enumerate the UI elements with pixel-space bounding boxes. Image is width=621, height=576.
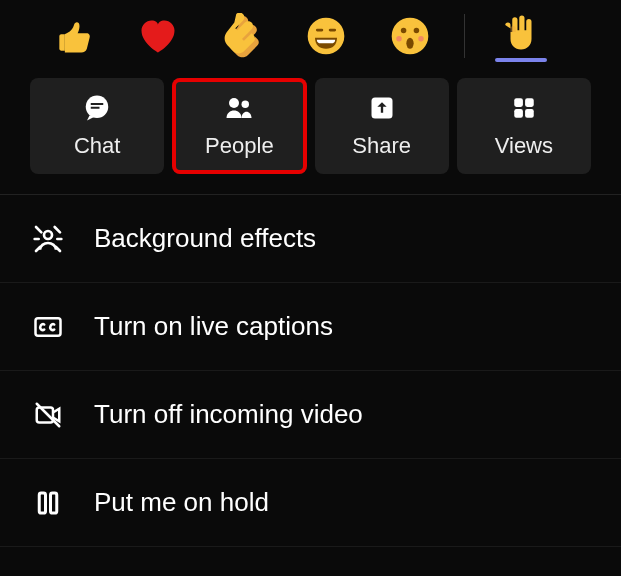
share-button[interactable]: Share	[315, 78, 449, 174]
thumbs-up-reaction[interactable]	[50, 12, 98, 60]
people-button[interactable]: People	[172, 78, 306, 174]
svg-rect-10	[91, 103, 104, 105]
svg-point-6	[406, 38, 413, 49]
raise-hand-icon	[500, 11, 542, 53]
svg-rect-15	[514, 98, 523, 107]
svg-point-8	[418, 36, 424, 42]
chat-label: Chat	[74, 133, 120, 159]
clap-icon	[219, 13, 265, 59]
svg-rect-17	[514, 109, 523, 118]
svg-point-7	[396, 36, 402, 42]
reactions-bar	[0, 0, 621, 72]
heart-icon	[136, 14, 180, 58]
menu-label: Turn on live captions	[94, 311, 333, 342]
views-icon	[509, 93, 539, 123]
raise-hand-button[interactable]	[495, 10, 547, 62]
reactions-divider	[464, 14, 465, 58]
svg-point-5	[414, 28, 420, 34]
video-off-icon	[30, 397, 66, 433]
thumbs-up-icon	[52, 14, 96, 58]
menu-label: Background effects	[94, 223, 316, 254]
laugh-icon	[304, 14, 348, 58]
share-icon	[367, 93, 397, 123]
views-label: Views	[495, 133, 553, 159]
background-effects-icon	[30, 221, 66, 257]
heart-reaction[interactable]	[134, 12, 182, 60]
more-options-menu: Background effects Turn on live captions…	[0, 194, 621, 547]
chat-button[interactable]: Chat	[30, 78, 164, 174]
menu-item-turn-off-incoming-video[interactable]: Turn off incoming video	[0, 371, 621, 459]
svg-rect-11	[91, 107, 100, 109]
svg-rect-18	[525, 109, 534, 118]
surprised-reaction[interactable]	[386, 12, 434, 60]
clap-reaction[interactable]	[218, 12, 266, 60]
svg-rect-24	[51, 493, 57, 513]
svg-rect-21	[37, 407, 53, 422]
actions-bar: Chat People Share Views	[0, 72, 621, 190]
svg-rect-16	[525, 98, 534, 107]
svg-point-19	[44, 231, 52, 239]
menu-item-put-on-hold[interactable]: Put me on hold	[0, 459, 621, 547]
menu-item-background-effects[interactable]: Background effects	[0, 195, 621, 283]
svg-point-13	[242, 101, 250, 109]
svg-point-12	[229, 98, 239, 108]
menu-label: Turn off incoming video	[94, 399, 363, 430]
views-button[interactable]: Views	[457, 78, 591, 174]
surprised-icon	[388, 14, 432, 58]
svg-rect-23	[39, 493, 45, 513]
svg-rect-2	[329, 29, 336, 32]
laugh-reaction[interactable]	[302, 12, 350, 60]
hold-icon	[30, 485, 66, 521]
menu-label: Put me on hold	[94, 487, 269, 518]
chat-icon	[82, 93, 112, 123]
svg-point-4	[401, 28, 407, 34]
share-label: Share	[352, 133, 411, 159]
captions-icon	[30, 309, 66, 345]
people-icon	[224, 93, 254, 123]
menu-item-live-captions[interactable]: Turn on live captions	[0, 283, 621, 371]
raise-hand-underline	[495, 58, 547, 62]
svg-rect-1	[316, 29, 323, 32]
people-label: People	[205, 133, 274, 159]
